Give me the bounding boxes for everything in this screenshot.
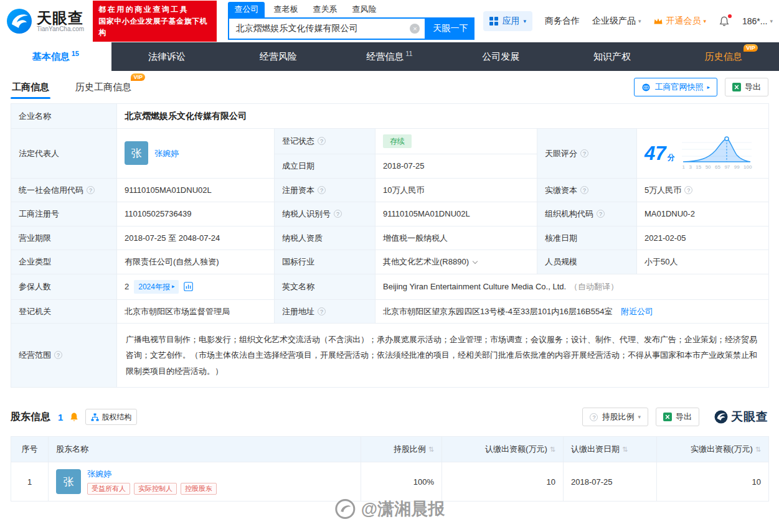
subscribe-bell-icon[interactable] [69,412,79,422]
apps-menu[interactable]: 应用 ▾ [483,11,532,31]
score-distribution-chart: 131550659799100 [682,136,752,171]
tianyancha-logo-icon [6,8,32,34]
equity-structure-button[interactable]: 股权结构 [85,409,137,425]
user-phone: 186*... [742,16,767,26]
tab-intellectual-property[interactable]: 知识产权 [557,42,668,71]
clear-search-icon[interactable]: × [410,24,420,34]
search-button[interactable]: 天眼一下 [426,17,474,40]
field-label: 统一社会信用代码? [11,178,117,202]
help-icon[interactable]: ? [54,351,62,359]
menu-open-vip[interactable]: 开通会员 ▾ [653,16,706,27]
menu-enterprise-products[interactable]: 企业级产品 ▾ [592,16,641,27]
tab-operation-info[interactable]: 经营信息 11 [334,42,445,71]
holding-ratio-label: 持股比例 [602,411,634,422]
legal-rep-link[interactable]: 张婉婷 [154,147,179,160]
field-label: 营业期限 [11,226,117,250]
official-snapshot-button[interactable]: 工商官网快照 ▸ [634,78,717,96]
holding-ratio-filter-button[interactable]: ? 持股比例 ▾ [582,408,648,426]
row-business-scope: 经营范围? 广播电视节目制作；电影发行；组织文化艺术交流活动（不含演出）；承办展… [11,324,769,388]
insured-count: 2 [125,281,129,293]
top-header: 天眼查 TianYanCha.com 都在用的商业查询工具 国家中小企业发展子基… [0,0,779,42]
help-icon[interactable]: ? [318,137,326,145]
logo-subtitle: TianYanCha.com [37,26,84,32]
tianyan-score[interactable]: 47分 131550659799100 [644,136,761,171]
tab-operation-risk[interactable]: 经营风险 [222,42,334,71]
caret-down-icon: ▾ [703,18,706,24]
shareholder-avatar[interactable]: 张 [56,469,81,494]
col-ratio: 持股比例⇅ [361,437,442,462]
score-axis-ticks: 131550659799100 [682,164,752,171]
annual-report-label: 2024年报 [138,281,170,292]
nearby-companies-link[interactable]: 附近公司 [621,307,653,316]
row-insured: 参保人数 2 2024年报 ▸ 英文名称 Be [11,274,769,299]
industry[interactable]: 其他文化艺术业(R8890) [375,250,537,274]
help-icon[interactable]: ? [334,210,342,218]
export-shareholders-button[interactable]: 导出 [656,408,699,426]
tab-label: 经营信息 [366,51,404,63]
snapshot-camera-icon [641,83,651,91]
shareholder-name-link[interactable]: 张婉婷 [87,469,111,478]
export-button[interactable]: 导出 [725,78,768,96]
help-icon: ? [590,413,598,421]
field-label: 成立日期 [275,154,375,179]
help-icon[interactable]: ? [318,186,326,194]
search-tab-risk[interactable]: 查风险 [346,2,382,17]
menu-business-cooperation[interactable]: 商务合作 [545,16,580,27]
annual-report-icon[interactable] [184,282,193,291]
shareholders-title: 股东信息 [11,411,50,424]
brand-label: 天眼查 [731,409,768,425]
notification-bell-icon[interactable] [719,16,730,27]
tab-count: 11 [405,50,412,57]
tab-label: 公司发展 [482,51,519,63]
registration-number: 110105025736439 [117,202,275,226]
registered-address: 北京市朝阳区望京东园四区13号楼-4至33层101内16层16B554室 附近公… [375,299,769,324]
tianyancha-logo[interactable]: 天眼查 TianYanCha.com [6,8,84,34]
shareholder-row: 1 张 张婉婷 受益所有人 实际控制人 控股股东 [11,462,769,502]
establish-date: 2018-07-25 [375,154,537,179]
help-icon[interactable]: ? [684,186,692,194]
caret-right-icon: ▸ [172,282,175,291]
sort-icon[interactable]: ⇅ [622,446,628,453]
help-icon[interactable]: ? [580,186,588,194]
search-box: × [228,17,426,40]
sort-icon[interactable]: ⇅ [428,446,434,453]
watermark-logo-icon [334,498,356,520]
enterprise-products-label: 企业级产品 [592,16,636,27]
credit-code: 91110105MA01DNU02L [117,178,275,202]
field-label: 实缴资本? [537,178,637,202]
field-label: 参保人数 [11,274,117,299]
row-legal-rep: 法定代表人 张 张婉婷 登记状态? 存续 天眼评分? 47分 [11,129,769,154]
legal-rep-avatar[interactable]: 张 [125,141,148,165]
subtab-history-business-info[interactable]: VIP 历史工商信息 [74,72,133,103]
tab-basic-info[interactable]: 基本信息 15 [0,42,111,71]
annual-report-badge[interactable]: 2024年报 ▸ [134,280,179,294]
subtab-label: 历史工商信息 [75,82,131,92]
tab-legal-proceedings[interactable]: 法律诉讼 [111,42,223,71]
subtab-business-info[interactable]: 工商信息 [11,72,50,103]
taxpayer-quality: 增值税一般纳税人 [375,226,537,250]
help-icon[interactable]: ? [87,186,95,194]
tab-history-info[interactable]: VIP 历史信息 [668,42,779,71]
field-label: 工商注册号 [11,202,117,226]
tianyancha-brand-mark: 天眼查 [714,409,768,425]
help-icon[interactable]: ? [597,210,605,218]
field-label: 登记机关 [11,299,117,324]
user-account[interactable]: 186*... ▾ [742,16,773,26]
help-icon[interactable]: ? [580,149,588,157]
row-credit-code: 统一社会信用代码? 91110105MA01DNU02L 注册资本? 10万人民… [11,178,769,202]
apps-label: 应用 [502,16,519,27]
search-tab-company[interactable]: 查公司 [228,2,265,17]
sort-icon[interactable]: ⇅ [755,446,761,453]
sort-icon[interactable]: ⇅ [550,446,555,453]
search-input[interactable] [235,24,410,34]
export-label: 导出 [745,82,761,93]
help-icon[interactable]: ? [318,307,326,315]
search-tab-relation[interactable]: 查关系 [306,2,343,17]
tab-company-development[interactable]: 公司发展 [445,42,557,71]
org-code: MA01DNU0-2 [637,202,769,226]
search-tab-boss[interactable]: 查老板 [267,2,304,17]
col-subscribe-date: 认缴出资日期⇅ [564,437,657,462]
field-label: 注册资本? [275,178,375,202]
tab-count: 15 [72,50,79,57]
field-label: 国标行业 [275,250,375,274]
